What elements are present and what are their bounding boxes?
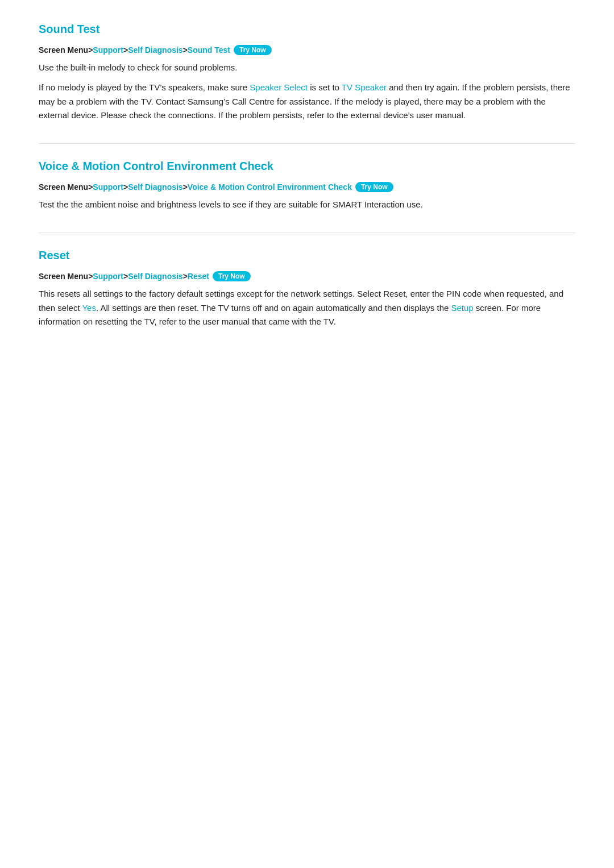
body-paragraph: Use the built-in melody to check for sou… (39, 61, 575, 75)
breadcrumb-link[interactable]: Self Diagnosis (128, 272, 182, 281)
body-paragraph: If no melody is played by the TV’s speak… (39, 81, 575, 123)
section-title-reset: Reset (39, 249, 575, 262)
breadcrumb-separator: > (88, 182, 93, 192)
try-now-badge[interactable]: Try Now (355, 182, 393, 192)
try-now-badge[interactable]: Try Now (234, 45, 272, 55)
body-text-span: is set to (308, 82, 342, 92)
breadcrumb-sound-test: Screen Menu > Support > Self Diagnosis >… (39, 45, 575, 55)
inline-link[interactable]: Speaker Select (250, 82, 308, 92)
breadcrumb-voice-motion: Screen Menu > Support > Self Diagnosis >… (39, 182, 575, 192)
breadcrumb-link[interactable]: Voice & Motion Control Environment Check (188, 182, 352, 192)
body-text-span: . All settings are then reset. The TV tu… (96, 303, 451, 313)
body-paragraph: Test the the ambient noise and brightnes… (39, 198, 575, 212)
inline-link[interactable]: Setup (451, 303, 474, 313)
breadcrumb-separator: > (88, 45, 93, 55)
breadcrumb-separator: > (123, 45, 128, 55)
breadcrumb-separator: Screen Menu (39, 182, 88, 192)
breadcrumb-separator: > (123, 272, 128, 281)
section-reset: ResetScreen Menu > Support > Self Diagno… (39, 249, 575, 329)
body-text-span: If no melody is played by the TV’s speak… (39, 82, 250, 92)
section-sound-test: Sound TestScreen Menu > Support > Self D… (39, 23, 575, 123)
breadcrumb-link[interactable]: Support (93, 45, 123, 55)
inline-link[interactable]: TV Speaker (342, 82, 387, 92)
breadcrumb-separator: > (183, 45, 188, 55)
body-text-span: Use the built-in melody to check for sou… (39, 63, 237, 72)
breadcrumb-separator: > (88, 272, 93, 281)
breadcrumb-reset: Screen Menu > Support > Self Diagnosis >… (39, 271, 575, 281)
breadcrumb-link[interactable]: Reset (188, 272, 209, 281)
body-paragraph: This resets all settings to the factory … (39, 287, 575, 329)
breadcrumb-separator: > (123, 182, 128, 192)
section-divider (39, 232, 575, 233)
breadcrumb-separator: > (183, 182, 188, 192)
breadcrumb-separator: Screen Menu (39, 45, 88, 55)
inline-link[interactable]: Yes (82, 303, 96, 313)
try-now-badge[interactable]: Try Now (213, 271, 251, 281)
section-title-voice-motion: Voice & Motion Control Environment Check (39, 160, 575, 173)
main-content: Sound TestScreen Menu > Support > Self D… (39, 23, 575, 329)
breadcrumb-link[interactable]: Self Diagnosis (128, 45, 182, 55)
breadcrumb-link[interactable]: Support (93, 272, 123, 281)
breadcrumb-separator: > (183, 272, 188, 281)
breadcrumb-link[interactable]: Sound Test (188, 45, 230, 55)
section-divider (39, 143, 575, 144)
breadcrumb-link[interactable]: Self Diagnosis (128, 182, 182, 192)
body-text-span: Test the the ambient noise and brightnes… (39, 200, 423, 209)
section-title-sound-test: Sound Test (39, 23, 575, 36)
breadcrumb-link[interactable]: Support (93, 182, 123, 192)
section-voice-motion: Voice & Motion Control Environment Check… (39, 160, 575, 212)
breadcrumb-separator: Screen Menu (39, 272, 88, 281)
